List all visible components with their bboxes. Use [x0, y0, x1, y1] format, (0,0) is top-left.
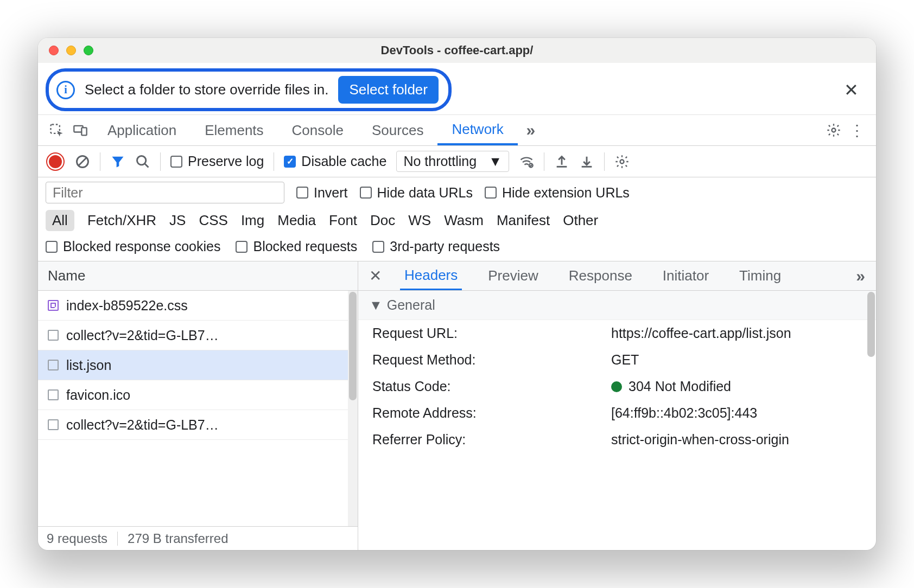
tab-application[interactable]: Application [93, 115, 191, 145]
header-key: Remote Address: [372, 405, 611, 421]
detail-tab-preview[interactable]: Preview [484, 261, 542, 290]
window-minimize-button[interactable] [66, 46, 76, 55]
filter-funnel-icon[interactable] [110, 154, 125, 169]
blocked-requests-checkbox[interactable]: Blocked requests [236, 239, 357, 254]
header-row: Remote Address:[64:ff9b::4b02:3c05]:443 [358, 400, 876, 426]
window-title: DevTools - coffee-cart.app/ [38, 43, 876, 57]
infobar-close-button[interactable]: ✕ [836, 78, 866, 103]
disable-cache-label: Disable cache [301, 154, 386, 169]
hide-data-urls-checkbox[interactable]: Hide data URLs [360, 185, 473, 201]
kebab-menu-icon[interactable]: ⋮ [847, 119, 868, 141]
request-row[interactable]: collect?v=2&tid=G-LB7… [38, 321, 358, 350]
request-detail-panel: ✕ HeadersPreviewResponseInitiatorTiming … [358, 261, 876, 550]
detail-close-button[interactable]: ✕ [369, 267, 382, 285]
network-toolbar: Preserve log Disable cache No throttling… [38, 146, 876, 177]
header-value: strict-origin-when-cross-origin [611, 432, 862, 448]
tab-console[interactable]: Console [278, 115, 358, 145]
window-close-button[interactable] [49, 46, 59, 55]
blocked-cookies-checkbox[interactable]: Blocked response cookies [46, 239, 220, 254]
more-tabs-icon[interactable]: » [520, 119, 542, 141]
type-css[interactable]: CSS [199, 212, 227, 229]
type-all[interactable]: All [46, 210, 74, 231]
header-value: GET [611, 352, 862, 368]
extra-filters-row: Blocked response cookies Blocked request… [38, 235, 876, 261]
type-fetchxhr[interactable]: Fetch/XHR [87, 212, 156, 229]
device-icon[interactable] [69, 119, 91, 141]
resource-type-row: AllFetch/XHRJSCSSImgMediaFontDocWSWasmMa… [38, 208, 876, 235]
detail-scrollbar[interactable] [867, 292, 875, 357]
header-row: Referrer Policy:strict-origin-when-cross… [358, 426, 876, 453]
request-name-label: favicon.ico [66, 387, 348, 403]
header-value: [64:ff9b::4b02:3c05]:443 [611, 405, 862, 421]
request-count-label: 9 requests [47, 531, 107, 546]
header-key: Status Code: [372, 379, 611, 394]
request-row[interactable]: collect?v=2&tid=G-LB7… [38, 410, 358, 440]
request-list-header[interactable]: Name [38, 261, 358, 291]
type-doc[interactable]: Doc [370, 212, 395, 229]
header-value: https://coffee-cart.app/list.json [611, 325, 862, 341]
type-js[interactable]: JS [169, 212, 186, 229]
caret-down-icon: ▼ [369, 297, 383, 313]
type-other[interactable]: Other [563, 212, 598, 229]
third-party-checkbox[interactable]: 3rd-party requests [372, 239, 500, 254]
request-row[interactable]: index-b859522e.css [38, 291, 358, 321]
clear-icon[interactable] [75, 154, 90, 169]
detail-tab-response[interactable]: Response [564, 261, 637, 290]
settings-gear-icon[interactable] [823, 119, 845, 141]
type-font[interactable]: Font [329, 212, 357, 229]
detail-tab-headers[interactable]: Headers [400, 261, 462, 290]
document-file-icon [48, 419, 59, 430]
type-media[interactable]: Media [277, 212, 316, 229]
svg-point-3 [832, 129, 836, 132]
hide-extension-urls-checkbox[interactable]: Hide extension URLs [485, 185, 630, 201]
tab-network[interactable]: Network [437, 115, 517, 145]
detail-tab-timing[interactable]: Timing [735, 261, 785, 290]
request-row[interactable]: favicon.ico [38, 380, 358, 410]
disable-cache-checkbox[interactable]: Disable cache [284, 154, 386, 169]
more-detail-tabs-icon[interactable]: » [856, 267, 865, 285]
search-icon[interactable] [135, 154, 150, 169]
request-row[interactable]: list.json [38, 350, 358, 380]
header-key: Request URL: [372, 325, 611, 341]
general-section-header[interactable]: ▼ General [358, 291, 876, 320]
document-file-icon [48, 389, 59, 400]
filter-input[interactable] [46, 182, 284, 203]
css-file-icon [48, 300, 59, 311]
request-list-scrollbar[interactable] [348, 291, 358, 526]
request-name-label: collect?v=2&tid=G-LB7… [66, 417, 348, 433]
preserve-log-checkbox[interactable]: Preserve log [170, 154, 264, 169]
import-har-icon[interactable] [579, 154, 594, 169]
network-settings-gear-icon[interactable] [614, 154, 630, 169]
export-har-icon[interactable] [554, 154, 569, 169]
document-file-icon [48, 330, 59, 341]
preserve-log-label: Preserve log [188, 154, 264, 169]
svg-point-5 [137, 156, 146, 164]
status-dot-icon [611, 381, 622, 392]
type-ws[interactable]: WS [408, 212, 431, 229]
tab-sources[interactable]: Sources [358, 115, 437, 145]
select-folder-button[interactable]: Select folder [338, 76, 439, 104]
devtools-tabstrip: ApplicationElementsConsoleSourcesNetwork… [38, 114, 876, 146]
tab-elements[interactable]: Elements [191, 115, 277, 145]
network-statusbar: 9 requests 279 B transferred [38, 526, 358, 550]
network-filterbar: Invert Hide data URLs Hide extension URL… [38, 177, 876, 208]
override-infobar: i Select a folder to store override file… [46, 68, 452, 111]
titlebar: DevTools - coffee-cart.app/ [38, 38, 876, 63]
record-button[interactable] [49, 155, 62, 168]
type-manifest[interactable]: Manifest [497, 212, 550, 229]
detail-tab-initiator[interactable]: Initiator [658, 261, 713, 290]
request-name-label: index-b859522e.css [66, 298, 348, 314]
transferred-label: 279 B transferred [128, 531, 228, 546]
window-maximize-button[interactable] [84, 46, 93, 55]
throttling-select[interactable]: No throttling ▼ [396, 151, 509, 172]
header-key: Referrer Policy: [372, 432, 611, 448]
request-name-label: list.json [66, 357, 348, 373]
type-wasm[interactable]: Wasm [444, 212, 484, 229]
inspect-icon[interactable] [46, 119, 67, 141]
throttling-label: No throttling [403, 154, 477, 169]
info-icon: i [56, 81, 75, 99]
chevron-down-icon: ▼ [488, 154, 502, 169]
invert-checkbox[interactable]: Invert [296, 185, 348, 201]
type-img[interactable]: Img [241, 212, 264, 229]
network-conditions-icon[interactable] [519, 154, 534, 169]
